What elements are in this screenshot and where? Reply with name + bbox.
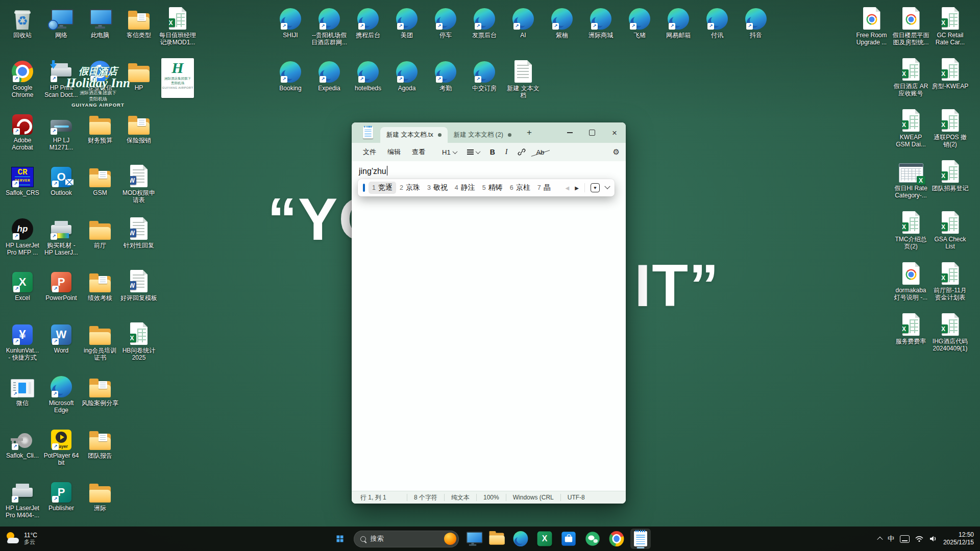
settings-gear-icon[interactable]: ⚙ [613,147,620,157]
close-button[interactable]: × [603,122,626,143]
desktop-icon[interactable]: ↗停车 [426,2,465,55]
desktop-icon[interactable]: ↗AI [504,2,543,55]
desktop-icon[interactable]: X↗Excel [3,265,42,317]
link-button[interactable] [513,146,530,158]
search-box[interactable]: 搜索 [354,531,459,547]
desktop-icon[interactable]: ↗Agoda [387,55,426,108]
menu-edit[interactable]: 编辑 [382,145,406,159]
ime-next-page-icon[interactable]: ▶ [575,185,579,191]
desktop-icon[interactable]: XTMC介绍总 页(2) [891,206,930,257]
desktop-icon[interactable]: XKWEAP GSM Dai... [891,104,930,155]
maximize-button[interactable] [581,122,603,143]
desktop-icon[interactable]: ↗Google Chrome [3,55,42,107]
desktop-icon[interactable]: ↗美团 [387,2,426,55]
desktop-icon[interactable]: GSM [81,160,119,212]
heading-dropdown[interactable]: H1 [437,146,461,158]
desktop-icon[interactable]: 绩效考核 [81,265,119,317]
desktop-icon[interactable]: ↗Booking [271,55,310,108]
desktop-icon[interactable]: hp↗HP LaserJet Pro MFP ... [3,212,42,265]
desktop-icon[interactable]: ↗网易邮箱 [659,2,698,55]
desktop-icon[interactable]: ↗Adobe Acrobat [3,107,42,160]
desktop-icon[interactable]: ↗抖音 [737,2,775,55]
desktop-icon[interactable]: XHB问卷统计 2025 [119,317,158,370]
desktop-icon[interactable]: ↗Expedia [310,55,349,108]
tray-overflow-icon[interactable] [877,537,883,542]
desktop-icon[interactable]: W针对性回复 [119,212,158,265]
menu-view[interactable]: 查看 [407,145,430,159]
ime-prev-page-icon[interactable]: ◀ [566,185,570,191]
desktop-icon[interactable]: ↗hotelbeds [349,55,387,108]
desktop-icon[interactable]: XIHG酒店代码 20240409(1) [930,308,970,359]
touch-keyboard-icon[interactable] [900,535,910,543]
chevron-down-icon[interactable] [604,184,610,189]
desktop-icon[interactable]: P↗Publisher [42,475,81,528]
taskbar-app-excel[interactable]: X [534,529,555,549]
start-button[interactable] [330,529,350,549]
desktop-icon[interactable]: ↗--贵阳机场假 日酒店群网... [310,2,349,55]
desktop-icon[interactable]: X每日值班经理 记录MOD1... [158,2,197,55]
tab-document-1[interactable]: 新建 文本文档.tx [380,127,448,143]
desktop-icon[interactable]: HP [119,55,158,107]
desktop-icon[interactable]: 团队报告 [81,422,119,475]
desktop-icon[interactable]: P↗PowerPoint [42,265,81,317]
ime-mode-indicator[interactable]: 中 [888,534,894,543]
desktop-icon[interactable]: 新建 文本文 档 [504,55,543,108]
desktop-icon[interactable]: X房型-KWEAP [930,53,970,104]
desktop-icon[interactable]: ↗企业微信 [81,55,119,107]
ime-candidate[interactable]: 5精铸 [479,182,506,194]
desktop-icon[interactable]: ↗HP LaserJet Pro M404-... [3,475,42,528]
taskbar-app-system-monitor[interactable] [462,529,483,549]
taskbar-app-notepad[interactable] [630,529,651,549]
desktop-icon[interactable]: W↗Word [42,317,81,370]
italic-button[interactable]: I [501,146,512,158]
desktop-icon[interactable]: Player↗PotPlayer 64 bit [42,422,81,475]
desktop-icon[interactable]: X通联POS 撤 销(2) [930,104,970,155]
ime-candidate[interactable]: 1竞逐 [369,182,396,194]
desktop-icon[interactable]: 网络 [42,2,81,55]
status-encoding[interactable]: UTF-8 [561,494,592,501]
desktop-icon[interactable]: ¥↗KunlunVat... - 快捷方式 [3,317,42,370]
minimize-button[interactable] [558,122,581,143]
desktop-icon[interactable]: ↗发票后台 [465,2,504,55]
desktop-icon[interactable]: ♻回收站 [3,2,42,55]
desktop-icon[interactable]: ↗考勤 [426,55,465,108]
menu-file[interactable]: 文件 [358,145,381,159]
clock[interactable]: 12:50 2025/12/15 [943,531,974,546]
desktop-icon[interactable]: ↗HP Print Scan Doct... [42,55,81,107]
desktop-icon[interactable]: 客信类型 [119,2,158,55]
desktop-icon[interactable]: ↗中交订房 [465,55,504,108]
desktop-icon[interactable]: XGC Retail Rate Car... [930,2,970,53]
new-tab-button[interactable]: + [524,127,535,138]
bold-button[interactable]: B [485,146,500,158]
ime-candidate[interactable]: 6京柱 [506,182,534,194]
desktop-icon[interactable]: ↗SHIJI [271,2,310,55]
desktop-icon[interactable]: ↗飞猪 [620,2,659,55]
desktop-icon[interactable]: X假日HI Rate Category-... [891,155,930,206]
weather-widget[interactable]: 11°C 多云 [5,531,37,546]
desktop-icon[interactable]: ↗Saflok_Cli... [3,422,42,475]
ime-candidate[interactable]: 3敬祝 [424,182,451,194]
desktop-icon[interactable]: ↗HP LJ M1271... [42,107,81,160]
desktop-icon[interactable]: 洲际 [81,475,119,528]
desktop-icon[interactable]: X假日酒店 AR 应收账号 [891,53,930,104]
clear-formatting-button[interactable]: Ab [531,146,549,158]
desktop-icon[interactable]: X服务费费率 [891,308,930,359]
desktop-icon[interactable]: W好评回复模板 [119,265,158,317]
desktop-icon[interactable]: 此电脑 [81,2,119,55]
status-line-ending[interactable]: Windows (CRL [506,494,560,501]
volume-icon[interactable] [929,535,938,542]
desktop-icon[interactable]: dormakaba 灯号说明 -... [891,257,930,308]
list-dropdown[interactable] [462,147,484,157]
desktop-icon[interactable]: ↗紫楠 [543,2,581,55]
desktop-icon[interactable]: H洲际酒店集团旗下贵阳机场GUIYANG AIRPORT [158,55,197,107]
taskbar-app-edge[interactable] [510,529,531,549]
ime-candidate[interactable]: 4静注 [451,182,479,194]
desktop-icon[interactable]: ↗洲际商城 [581,2,620,55]
desktop-icon[interactable]: 前厅 [81,212,119,265]
desktop-icon[interactable]: CRSERVER↗Saflok_CRS [3,160,42,212]
desktop-icon[interactable]: X前厅部-11月 资金计划表 [930,257,970,308]
desktop-icon[interactable]: 保险报销 [119,107,158,160]
desktop-icon[interactable]: Free Room Upgrade ... [852,2,891,53]
desktop-icon[interactable]: X团队招募登记 [930,155,970,206]
ime-emoji-panel-icon[interactable]: ♥ [591,183,600,192]
